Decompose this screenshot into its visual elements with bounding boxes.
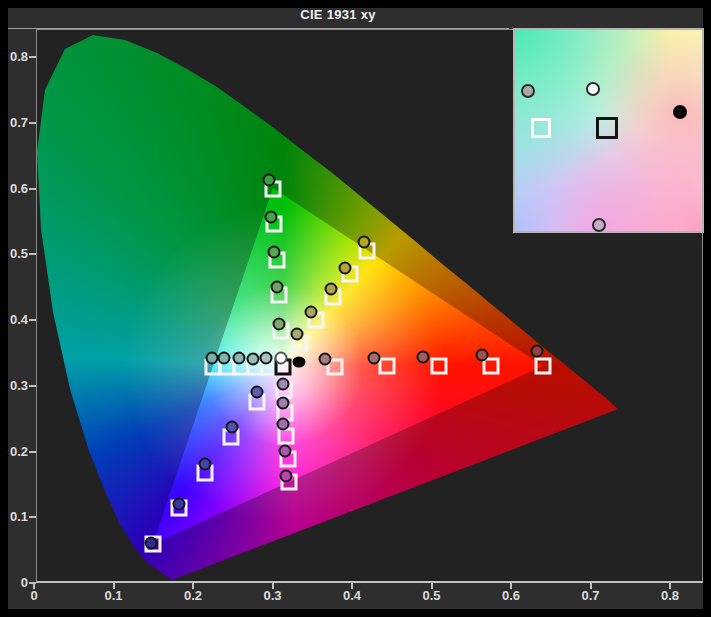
measured-point-green-60 (268, 246, 281, 259)
measured-point-cyan-40 (246, 352, 259, 365)
white-reference-dot (292, 357, 305, 368)
measured-point-yellow-40 (304, 306, 317, 319)
measured-point-red-100 (531, 344, 544, 357)
measured-point-green-80 (264, 210, 277, 223)
measured-point-white (275, 352, 288, 365)
measured-point-magenta-20 (276, 377, 289, 390)
cie-1931-xy-chart-window: CIE 1931 xy 00.10.20.30.40.50.60.70.800.… (0, 0, 711, 617)
measured-point-cyan-80 (218, 352, 231, 365)
measured-point-cyan-100 (206, 352, 219, 365)
measured-point-magenta-80 (279, 444, 292, 457)
inset-measured-circle (521, 84, 535, 98)
inset-measured-circle (592, 218, 606, 232)
measured-point-cyan-60 (233, 352, 246, 365)
target-square-red-100 (534, 358, 551, 375)
measured-point-red-20 (318, 352, 331, 365)
inset-measured-white-circle (586, 82, 600, 96)
measured-point-magenta-40 (276, 396, 289, 409)
measured-point-yellow-80 (338, 262, 351, 275)
measured-point-red-80 (476, 348, 489, 361)
measured-point-green-40 (271, 281, 284, 294)
inset-white-reference-dot (673, 105, 687, 119)
inset-white-target-square (531, 118, 551, 138)
measured-point-magenta-100 (280, 469, 293, 482)
measured-point-blue-40 (225, 421, 238, 434)
measured-point-blue-100 (144, 536, 157, 549)
target-square-red-40 (378, 358, 395, 375)
measured-point-green-100 (263, 173, 276, 186)
measured-point-yellow-60 (325, 283, 338, 296)
measured-point-blue-60 (198, 457, 211, 470)
measured-point-magenta-60 (276, 417, 289, 430)
inset-white-point-target-square (596, 117, 618, 139)
measured-point-red-60 (416, 350, 429, 363)
measured-point-blue-20 (251, 386, 264, 399)
measured-point-green-20 (272, 317, 285, 330)
measured-point-red-40 (368, 352, 381, 365)
white-point-zoom-inset (513, 28, 704, 233)
target-square-red-60 (430, 358, 447, 375)
measured-point-yellow-20 (291, 327, 304, 340)
measured-point-cyan-20 (260, 352, 273, 365)
measured-point-yellow-100 (357, 235, 370, 248)
measured-point-blue-80 (172, 498, 185, 511)
